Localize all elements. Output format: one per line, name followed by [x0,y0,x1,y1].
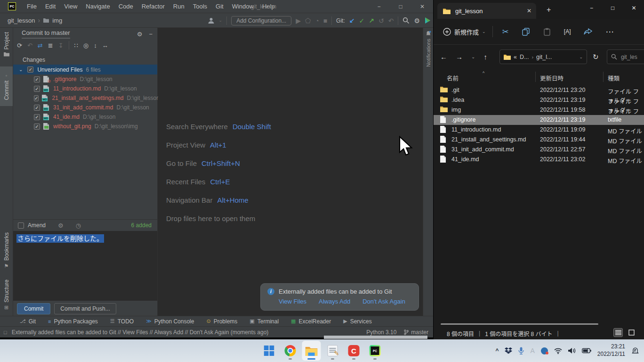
file-row[interactable]: 21_install_and_seettings.md 2022/12/11 1… [434,135,644,145]
tab-close-icon[interactable]: ✕ [527,8,531,14]
dont-ask-again-link[interactable]: Don't Ask Again [362,298,405,305]
taskbar-camtasia[interactable]: C [345,341,363,361]
breadcrumb-root[interactable]: git_lesson [8,17,35,24]
battery-icon[interactable] [582,348,591,354]
details-view-button[interactable] [613,328,623,337]
breadcrumb-folder[interactable]: img [52,17,62,24]
file-row[interactable]: 11_introduction.md 2022/12/11 19:09 MD フ… [434,125,644,135]
address-collapse[interactable]: « [514,54,517,60]
menu-item[interactable]: File [23,0,41,13]
start-button[interactable] [260,341,279,361]
dropbox-icon[interactable] [505,347,512,354]
tool-window-button[interactable]: ▦ ExcelReader [291,318,331,325]
horizontal-scrollbar[interactable] [441,323,598,325]
copy-icon[interactable] [522,28,530,36]
explorer-minimize-button[interactable]: − [581,0,602,16]
column-divider[interactable] [603,72,604,82]
tool-tab-bookmarks[interactable]: Bookmarks ⚑ [0,230,13,272]
column-header-type[interactable]: 種類 [608,74,620,82]
file-row[interactable]: img 2022/12/11 19:58 ファイル フォルダー [434,105,644,115]
commit-panel-hide-icon[interactable]: − [149,31,153,38]
cut-icon[interactable]: ✂ [502,28,509,36]
commit-options-gear-icon[interactable]: ⚙ [58,222,64,229]
large-icons-view-button[interactable] [627,328,636,337]
taskbar-clock[interactable]: 23:21 2022/12/11 [597,343,625,358]
refresh-icon[interactable]: ⟳ [17,42,22,49]
collapse-all-icon[interactable]: ↔ [102,42,108,49]
git-update-icon[interactable]: ↙ [349,17,355,24]
coverage-icon[interactable]: ◔ [315,17,319,24]
status-message[interactable]: Externally added files can be added to G… [12,329,269,336]
file-row[interactable]: 31_init_add_commit.md 2022/12/11 22:57 M… [434,145,644,155]
pycharm-minimize-button[interactable]: − [368,0,390,13]
pycharm-maximize-button[interactable]: □ [390,0,411,13]
compare-icon[interactable]: ⇄ [38,42,43,49]
file-checkbox[interactable]: ✓ [34,114,40,120]
settings-gear-icon[interactable]: ⚙ [414,17,420,24]
unversioned-files-row[interactable]: ⌄ ✓ Unversioned Files 6 files [13,65,157,74]
amend-checkbox[interactable]: ✓ [18,222,24,229]
explorer-tab[interactable]: git_lesson ✕ [437,3,536,19]
recent-locations-icon[interactable]: ⌄ [471,54,475,59]
rename-icon[interactable]: [A] [564,29,571,34]
run-icon[interactable]: ▶ [296,17,301,24]
column-header-name[interactable]: 名前 [447,74,459,82]
address-folder[interactable]: git_l... [536,54,552,60]
file-checkbox[interactable]: ✓ [34,123,40,130]
file-row[interactable]: .git 2022/12/11 23:20 ファイル フォルダー [434,85,644,95]
tool-window-button[interactable]: ☰ TODO [110,318,134,325]
unversioned-file-row[interactable]: ✓ MD ⊘ 11_introduction.md D:\git_lesson [13,84,157,93]
address-dropdown-icon[interactable]: ⌄ [579,55,583,59]
changelist-icon[interactable]: ≣ [48,42,53,49]
search-icon[interactable] [402,17,410,24]
column-header-date[interactable]: 更新日時 [540,74,564,82]
unversioned-file-row[interactable]: ✓ MD ⊘ .gitignore D:\git_lesson [13,74,157,84]
tool-window-button[interactable]: ▣ Terminal [250,318,279,325]
taskbar-pycharm[interactable]: PC [366,341,385,361]
volume-icon[interactable] [568,347,576,354]
breadcrumb[interactable]: git_lesson › img [8,16,62,24]
preview-icon[interactable]: ◎ [83,42,89,49]
microphone-icon[interactable] [518,347,524,354]
commit-and-push-button[interactable]: Commit and Push... [54,303,116,314]
stop-icon[interactable]: ■ [323,17,327,24]
commit-button[interactable]: Commit [17,303,50,314]
menu-item[interactable]: Refactor [137,0,169,13]
shelve-icon[interactable]: ↧ [58,42,64,49]
new-item-button[interactable]: 新規作成 ⌄ [443,27,486,36]
explorer-close-button[interactable]: ✕ [623,0,644,16]
file-checkbox[interactable]: ✓ [34,95,39,101]
taskbar-explorer[interactable] [302,341,321,361]
ime-indicator[interactable]: A [530,347,534,354]
git-history-icon[interactable]: ↺ [378,17,384,24]
paste-icon[interactable] [543,28,551,36]
taskbar-notepad[interactable] [323,341,342,361]
menu-item[interactable]: Edit [41,0,60,13]
file-checkbox[interactable]: ✓ [34,105,40,111]
search-box[interactable]: git_les [607,49,644,64]
commit-panel-gear-icon[interactable]: ⚙ [137,31,143,38]
hidden-icons-chevron[interactable]: ^ [495,347,499,354]
user-icon[interactable] [208,17,215,24]
tool-window-button[interactable]: ⎇ Git [20,318,36,325]
python-interpreter[interactable]: Python 3.10 [366,329,396,336]
up-icon[interactable]: ↑ [483,53,487,61]
add-configuration-button[interactable]: Add Configuration... [231,16,291,25]
pycharm-close-button[interactable]: ✕ [411,0,433,13]
menu-item[interactable]: Tools [189,0,211,13]
share-icon[interactable] [584,28,592,35]
unversioned-file-row[interactable]: ✓ MD ⊘ 41_ide.md D:\git_lesson [13,112,157,122]
expand-all-icon[interactable]: ↕ [94,42,97,49]
unversioned-file-row[interactable]: ✓ MD ⊘ 21_install_and_seettings.md D:\gi… [13,93,157,103]
file-row[interactable]: .idea 2022/12/11 23:19 ファイル フォルダー [434,95,644,105]
address-drive[interactable]: D... [520,54,529,60]
menu-item[interactable]: Git [211,0,228,13]
file-checkbox[interactable]: ✓ [34,76,40,82]
new-tab-button[interactable]: + [547,6,551,14]
git-rollback-icon[interactable]: ↶ [388,17,394,24]
group-by-icon[interactable]: ∷ [74,42,78,49]
back-icon[interactable]: ← [440,53,447,61]
column-divider[interactable] [535,72,536,82]
app-tray-icon[interactable] [541,347,548,354]
tool-tab-notifications[interactable]: Notifications [423,31,433,67]
